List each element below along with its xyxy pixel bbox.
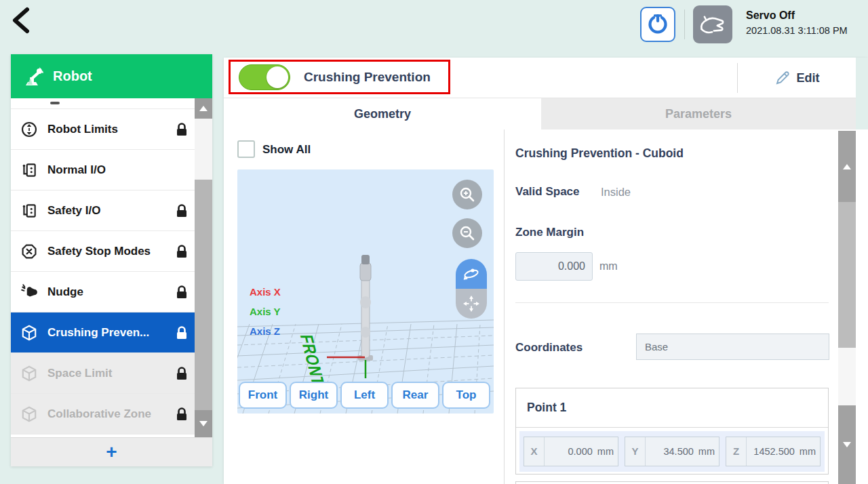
- lock-icon: [175, 203, 189, 218]
- pan-mode-button[interactable]: [456, 289, 487, 319]
- scroll-up-button[interactable]: [838, 131, 856, 202]
- triangle-up-icon: [843, 164, 851, 169]
- coordinates-select[interactable]: Base: [636, 334, 829, 360]
- gripper-button[interactable]: [640, 7, 675, 42]
- sidebar-scrollbar[interactable]: [195, 98, 212, 437]
- sidebar-menu: Robot Limits Normal I/O: [11, 98, 195, 437]
- lock-icon: [175, 407, 189, 422]
- view-right-button[interactable]: Right: [290, 382, 338, 409]
- panel-title: Crushing Prevention - Cuboid: [515, 146, 684, 161]
- background-gap: [856, 58, 868, 129]
- view-left-button[interactable]: Left: [340, 382, 389, 409]
- axis-y-label: Axis Y: [250, 306, 281, 317]
- axis-x-label: Axis X: [250, 286, 281, 298]
- crushing-prevention-toggle[interactable]: [239, 64, 290, 90]
- x-value: 0.000: [545, 446, 596, 457]
- scroll-down-button[interactable]: [195, 410, 212, 437]
- sidebar-header: Robot: [11, 54, 212, 98]
- sidebar-item-partial[interactable]: [11, 98, 195, 109]
- zoom-out-button[interactable]: [452, 218, 482, 248]
- sidebar-item-safety-io[interactable]: Safety I/O: [11, 190, 195, 231]
- z-value: 1452.500: [747, 446, 798, 457]
- valid-space-label: Valid Space: [515, 185, 580, 199]
- axis-x-key: X: [524, 437, 545, 466]
- sidebar-item-nudge[interactable]: Nudge: [11, 272, 195, 312]
- scroll-down-button[interactable]: [838, 405, 856, 484]
- triangle-down-icon: [843, 442, 851, 447]
- sidebar: Robot Robot Limits: [11, 54, 212, 466]
- zone-margin-input[interactable]: 0.000: [515, 252, 593, 281]
- coordinates-label: Coordinates: [515, 341, 583, 355]
- sidebar-item-space-limit[interactable]: Space Limit: [11, 353, 195, 394]
- point-2-card-partial: [515, 481, 829, 484]
- zoom-in-button[interactable]: [452, 180, 482, 209]
- view-mode-control: [456, 259, 487, 319]
- zone-margin-unit: mm: [599, 260, 618, 273]
- sidebar-item-label: Nudge: [47, 285, 83, 299]
- view-front-button[interactable]: Front: [239, 382, 287, 409]
- sidebar-item-label: Safety Stop Modes: [47, 245, 151, 258]
- sidebar-item-normal-io[interactable]: Normal I/O: [11, 150, 195, 190]
- scroll-thumb[interactable]: [195, 180, 212, 410]
- scroll-thumb[interactable]: [838, 202, 856, 348]
- sidebar-title: Robot: [53, 68, 92, 84]
- zone-margin-label: Zone Margin: [515, 226, 584, 239]
- add-zone-button[interactable]: +: [11, 437, 212, 466]
- status-timestamp: 2021.08.31 3:11:08 PM: [746, 25, 848, 36]
- edit-label: Edit: [797, 71, 820, 85]
- edit-button[interactable]: Edit: [738, 58, 856, 98]
- sidebar-item-safety-stop-modes[interactable]: Safety Stop Modes: [11, 231, 195, 272]
- view-top-button[interactable]: Top: [442, 382, 490, 409]
- hand-guiding-button[interactable]: [693, 5, 732, 43]
- sidebar-item-label: Robot Limits: [47, 123, 118, 136]
- point-z-field[interactable]: Z 1452.500 mm: [726, 437, 821, 466]
- sidebar-item-label: Space Limit: [47, 367, 112, 380]
- toggle-knob: [267, 66, 288, 88]
- valid-space-value: Inside: [601, 186, 631, 199]
- 3d-viewport[interactable]: FRONT Axis X Axis Y Axis Z: [237, 169, 494, 414]
- y-value: 34.500: [646, 446, 697, 457]
- pencil-icon: [774, 70, 791, 86]
- sidebar-item-label: Collaborative Zone: [47, 407, 151, 421]
- io-icon: [20, 202, 38, 220]
- axis-z-label: Axis Z: [250, 325, 280, 337]
- plus-icon: +: [106, 443, 117, 462]
- lock-icon: [175, 366, 189, 381]
- show-all-label: Show All: [262, 143, 311, 157]
- scroll-up-button[interactable]: [195, 98, 212, 119]
- panel-scrollbar[interactable]: [838, 131, 856, 484]
- sidebar-item-label: Normal I/O: [47, 163, 106, 177]
- gripper-icon: [646, 13, 669, 36]
- section-divider: [515, 302, 829, 303]
- triangle-down-icon: [199, 421, 208, 426]
- cube-icon: [20, 365, 38, 382]
- zoom-out-icon: [458, 224, 476, 242]
- back-chevron-icon: [9, 5, 33, 35]
- rotate-orbit-icon: [462, 264, 481, 283]
- sidebar-item-collaborative-zone[interactable]: Collaborative Zone: [11, 394, 195, 435]
- point-y-field[interactable]: Y 34.500 mm: [625, 437, 719, 466]
- axis-y-key: Y: [625, 437, 646, 466]
- point-1-card: Point 1 X 0.000 mm Y 34.500 mm Z 1452.50…: [515, 388, 829, 475]
- toggle-label: Crushing Prevention: [304, 70, 431, 85]
- z-unit: mm: [800, 446, 820, 457]
- cube-icon: [20, 405, 38, 423]
- tab-geometry[interactable]: Geometry: [224, 98, 541, 129]
- y-unit: mm: [698, 446, 719, 457]
- x-unit: mm: [597, 446, 618, 457]
- back-button[interactable]: [9, 5, 39, 39]
- tab-parameters[interactable]: Parameters: [541, 98, 856, 129]
- show-all-checkbox[interactable]: [237, 140, 255, 158]
- cube-icon: [20, 324, 38, 342]
- point-x-field[interactable]: X 0.000 mm: [524, 437, 618, 466]
- sidebar-item-label: Safety I/O: [47, 204, 100, 218]
- sidebar-item-crushing-prevention[interactable]: Crushing Preven...: [11, 312, 195, 353]
- lock-icon: [175, 244, 189, 259]
- rotate-mode-button[interactable]: [456, 259, 487, 289]
- io-icon: [20, 161, 38, 179]
- view-rear-button[interactable]: Rear: [391, 382, 439, 409]
- hand-guiding-icon: [698, 12, 727, 37]
- zoom-in-icon: [458, 186, 476, 203]
- servo-status: Servo Off: [746, 9, 795, 22]
- sidebar-item-robot-limits[interactable]: Robot Limits: [11, 109, 195, 150]
